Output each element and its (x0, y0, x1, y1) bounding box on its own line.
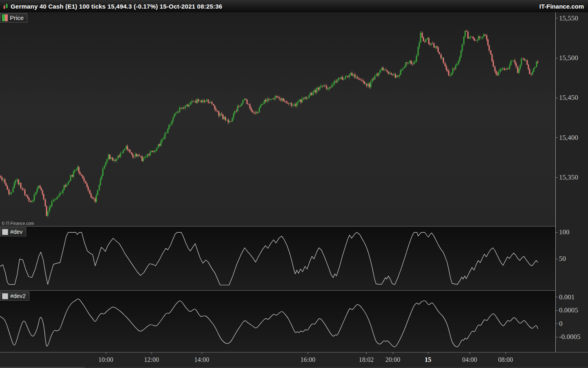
instrument-title: Germany 40 Cash (E1) 100 ticks 15,494.3 … (11, 3, 222, 10)
time-tick-mark (470, 352, 470, 354)
axis-tick-mark (556, 323, 558, 324)
dev-indicator-panel[interactable]: #dev (0, 227, 555, 290)
time-tick-mark (506, 352, 506, 354)
dev-legend[interactable]: #dev (0, 227, 26, 236)
line-swatch-icon (2, 293, 8, 299)
price-legend[interactable]: Price (0, 13, 27, 22)
time-label: 10:00 (98, 356, 113, 364)
title-bar: Germany 40 Cash (E1) 100 ticks 15,494.3 … (0, 0, 588, 12)
brand-logo-text: IT-Finance.com (539, 3, 584, 10)
copyright-watermark: © IT-Finance.com (2, 221, 34, 226)
axis-tick-mark (556, 259, 558, 259)
axis-tick-mark (556, 310, 558, 311)
time-tick-mark (151, 352, 152, 354)
axis-tick-mark (556, 337, 558, 337)
dev-line-canvas[interactable] (0, 227, 555, 290)
time-label: 14:00 (194, 356, 209, 364)
time-tick-mark (308, 352, 308, 354)
panel-separator[interactable] (0, 290, 555, 291)
time-label: 04:00 (462, 356, 477, 364)
axis-tick-label: 0 (559, 320, 563, 328)
axis-tick-label: 0.0005 (559, 306, 578, 314)
dev2-legend-label: #dev2 (10, 293, 26, 299)
axis-tick-label: 0.001 (559, 293, 575, 301)
axis-tick-mark (556, 232, 558, 233)
time-tick-mark (393, 352, 393, 354)
price-scale-axis[interactable]: 15,55015,50015,45015,40015,350100500.001… (555, 12, 588, 352)
axis-tick-label: 50 (559, 255, 566, 263)
price-candlestick-canvas[interactable] (0, 12, 555, 226)
price-legend-label: Price (10, 14, 24, 21)
time-label: 12:00 (144, 356, 159, 364)
dev2-line-canvas[interactable] (0, 291, 555, 352)
axis-tick-label: 15,350 (559, 173, 578, 182)
trading-app-window: Germany 40 Cash (E1) 100 ticks 15,494.3 … (0, 0, 588, 368)
time-label: 16:00 (301, 356, 315, 364)
time-tick-mark (428, 352, 428, 354)
time-tick-mark (106, 352, 106, 354)
price-chart-panel[interactable]: Price © IT-Finance.com (0, 12, 555, 226)
axis-tick-mark (556, 58, 558, 58)
axis-tick-label: 15,400 (559, 134, 578, 142)
axis-tick-mark (556, 297, 558, 297)
dev2-legend[interactable]: #dev2 (0, 292, 29, 301)
axis-tick-label: 15,450 (559, 94, 578, 102)
axis-tick-label: -0.0005 (559, 333, 580, 341)
axis-tick-label: 15,500 (559, 54, 578, 62)
axis-tick-label: 100 (559, 228, 570, 236)
time-tick-mark (366, 352, 367, 354)
dev-legend-label: #dev (10, 229, 22, 235)
axis-tick-mark (556, 18, 558, 18)
candle-swatch-icon (2, 14, 8, 21)
time-label: 18:02 (359, 356, 374, 364)
time-label: 20:00 (385, 356, 400, 364)
axis-tick-mark (556, 177, 558, 178)
candlestick-logo-icon (2, 3, 9, 10)
panel-separator[interactable] (0, 226, 555, 227)
dev2-indicator-panel[interactable]: #dev2 (0, 291, 555, 352)
time-label: 15 (425, 356, 431, 364)
time-label: 08:00 (498, 356, 513, 364)
axis-tick-label: 15,550 (559, 14, 578, 22)
axis-tick-mark (556, 137, 558, 138)
axis-tick-mark (556, 98, 558, 98)
time-scale-axis[interactable]: 10:0012:0014:0016:0018:0220:001504:0008:… (0, 352, 588, 368)
line-swatch-icon (2, 229, 8, 235)
time-tick-mark (202, 352, 202, 354)
